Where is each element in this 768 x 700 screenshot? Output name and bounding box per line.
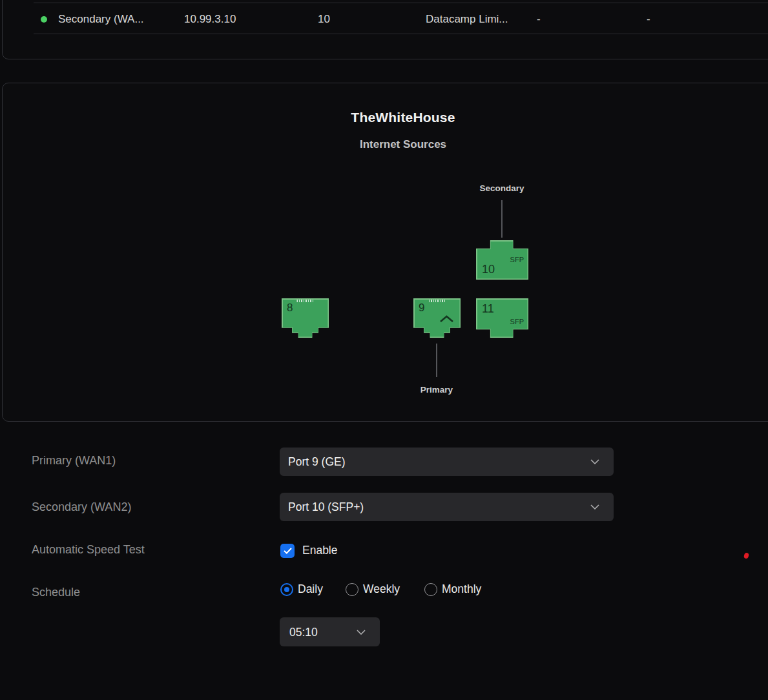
schedule-time-select[interactable]: 05:10 [280, 617, 380, 646]
table-row-divider-top [34, 3, 768, 3]
radio-weekly-label: Weekly [363, 582, 400, 596]
secondary-wan-select[interactable]: Port 10 (SFP+) [280, 493, 614, 521]
port-9-pins-icon [428, 300, 446, 302]
speed-test-enable-label: Enable [302, 544, 338, 557]
primary-wan-value: Port 9 (GE) [288, 455, 346, 469]
port-8[interactable]: 8 [282, 298, 329, 338]
primary-wan-label: Primary (WAN1) [32, 454, 116, 468]
device-diagram-card [2, 83, 768, 422]
schedule-label: Schedule [32, 586, 80, 599]
uplink-chevron-icon [439, 315, 454, 323]
radio-monthly-label: Monthly [442, 582, 481, 596]
radio-weekly[interactable] [346, 583, 358, 596]
table-row-divider-bottom [34, 34, 768, 34]
primary-callout-line [436, 344, 437, 377]
wan-ip-cell: 10.99.3.10 [184, 13, 236, 26]
secondary-wan-label: Secondary (WAN2) [32, 500, 131, 514]
section-title: Internet Sources [2, 138, 768, 151]
port-9-number: 9 [419, 302, 424, 314]
chevron-down-icon [357, 630, 366, 635]
checkmark-icon [284, 548, 292, 554]
chevron-down-icon [590, 459, 599, 464]
primary-wan-select[interactable]: Port 9 (GE) [280, 448, 614, 476]
status-dot-icon [41, 16, 47, 23]
red-cursor-dot [743, 552, 750, 559]
wan-name-cell: Secondary (WA... [58, 13, 144, 26]
port-11[interactable]: 11 SFP [476, 298, 528, 338]
device-name: TheWhiteHouse [2, 110, 768, 125]
speed-test-label: Automatic Speed Test [32, 543, 145, 557]
chevron-down-icon [590, 504, 599, 510]
port-10-number: 10 [482, 263, 495, 276]
secondary-wan-value: Port 10 (SFP+) [288, 500, 364, 514]
port-8-pins-icon [296, 300, 314, 302]
port-10-sfp-label: SFP [510, 256, 524, 263]
radio-daily-label: Daily [298, 582, 323, 596]
internet-settings-page: Secondary (WA... 10.99.3.10 10 Datacamp … [0, 0, 768, 700]
secondary-callout-label: Secondary [450, 183, 554, 193]
speed-test-checkbox[interactable] [280, 544, 295, 558]
primary-callout-label: Primary [385, 385, 488, 395]
radio-daily[interactable] [280, 583, 293, 596]
wan-provider-cell: Datacamp Limi... [426, 13, 508, 26]
wan-col6-cell: - [647, 13, 650, 26]
schedule-time-value: 05:10 [289, 625, 318, 639]
port-11-sfp-label: SFP [510, 318, 524, 325]
radio-monthly[interactable] [424, 583, 437, 596]
port-11-number: 11 [482, 302, 494, 316]
wan-vlan-cell: 10 [318, 13, 330, 26]
port-9[interactable]: 9 [413, 298, 461, 338]
secondary-callout-line [501, 200, 503, 238]
wan-col5-cell: - [537, 13, 541, 26]
port-10[interactable]: 10 SFP [476, 240, 528, 280]
wan-table-card [2, 0, 768, 59]
port-8-number: 8 [287, 302, 293, 314]
